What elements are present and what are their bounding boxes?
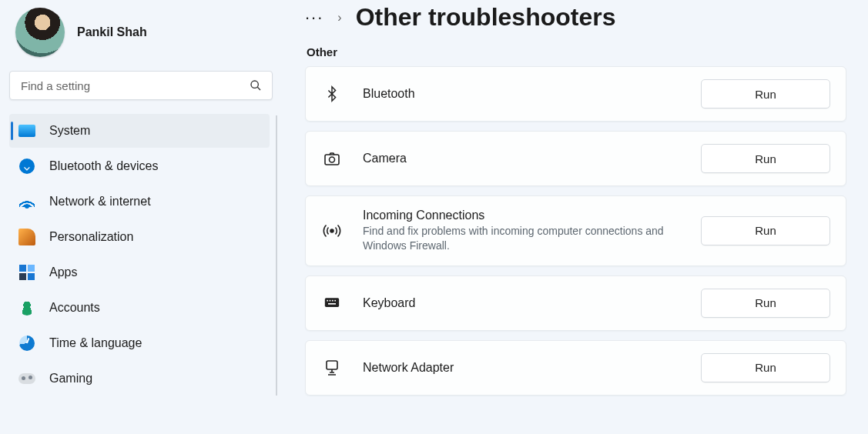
sidebar-item-apps[interactable]: Apps <box>9 255 270 289</box>
search-icon <box>250 79 262 92</box>
search-field[interactable] <box>9 71 273 100</box>
troubleshooter-list: Bluetooth Run Camera Run Incoming Connec… <box>305 66 846 396</box>
run-button[interactable]: Run <box>701 289 830 318</box>
sidebar-item-label: Apps <box>49 265 77 279</box>
troubleshooter-desc: Find and fix problems with incoming comp… <box>363 224 681 253</box>
user-name: Pankil Shah <box>77 25 147 39</box>
sidebar-item-time-language[interactable]: Time & language <box>9 326 270 360</box>
troubleshooter-incoming-connections: Incoming Connections Find and fix proble… <box>305 195 846 266</box>
troubleshooter-title: Keyboard <box>363 296 681 310</box>
bluetooth-glyph-icon <box>321 83 343 105</box>
svg-rect-7 <box>330 300 331 302</box>
troubleshooter-camera: Camera Run <box>305 131 846 186</box>
svg-point-0 <box>251 81 258 88</box>
wifi-icon <box>18 193 35 210</box>
main-content: ··· › Other troubleshooters Other Blueto… <box>277 0 868 434</box>
sidebar-item-label: System <box>49 124 90 138</box>
svg-rect-6 <box>327 300 328 302</box>
sidebar-item-label: Accounts <box>49 301 100 315</box>
sidebar-item-system[interactable]: System <box>9 114 270 148</box>
bluetooth-icon: ⌵ <box>18 158 35 175</box>
svg-rect-9 <box>334 300 336 302</box>
svg-rect-2 <box>325 155 339 165</box>
sidebar-item-accounts[interactable]: Accounts <box>9 291 270 325</box>
search-input[interactable] <box>9 71 273 100</box>
svg-rect-8 <box>332 300 333 302</box>
run-button[interactable]: Run <box>701 144 830 173</box>
accounts-icon <box>18 299 35 316</box>
section-label-other: Other <box>307 45 846 58</box>
personalization-icon <box>18 229 35 245</box>
broadcast-icon <box>321 220 343 242</box>
troubleshooter-keyboard: Keyboard Run <box>305 275 846 331</box>
troubleshooter-title: Bluetooth <box>363 87 681 101</box>
chevron-right-icon: › <box>337 11 341 25</box>
sidebar-item-label: Personalization <box>49 230 133 244</box>
run-button[interactable]: Run <box>701 79 830 108</box>
sidebar-item-label: Gaming <box>49 372 92 386</box>
sidebar-item-label: Network & internet <box>49 195 151 209</box>
breadcrumb: ··· › Other troubleshooters <box>305 3 846 32</box>
avatar <box>15 8 65 57</box>
gaming-icon <box>18 370 35 387</box>
sidebar: Pankil Shah System ⌵ Bluetooth & devices… <box>0 0 277 434</box>
page-title: Other troubleshooters <box>356 3 616 32</box>
troubleshooter-network-adapter: Network Adapter Run <box>305 340 846 396</box>
svg-point-3 <box>330 157 335 162</box>
sidebar-item-personalization[interactable]: Personalization <box>9 220 270 254</box>
breadcrumb-more[interactable]: ··· <box>305 8 323 28</box>
sidebar-item-label: Bluetooth & devices <box>49 159 158 173</box>
svg-rect-10 <box>328 303 336 305</box>
apps-icon <box>18 264 35 281</box>
troubleshooter-title: Network Adapter <box>363 361 681 375</box>
user-profile[interactable]: Pankil Shah <box>9 0 276 66</box>
sidebar-nav: System ⌵ Bluetooth & devices Network & i… <box>9 114 276 396</box>
troubleshooter-title: Camera <box>363 152 681 165</box>
camera-icon <box>321 148 343 169</box>
run-button[interactable]: Run <box>701 353 830 382</box>
system-icon <box>18 122 35 139</box>
sidebar-item-bluetooth-devices[interactable]: ⌵ Bluetooth & devices <box>9 149 270 183</box>
run-button[interactable]: Run <box>701 216 830 245</box>
network-adapter-icon <box>321 357 343 379</box>
svg-line-1 <box>257 87 260 90</box>
svg-rect-11 <box>327 361 337 369</box>
svg-point-4 <box>330 229 333 232</box>
troubleshooter-bluetooth: Bluetooth Run <box>305 66 846 122</box>
keyboard-icon <box>321 292 343 314</box>
time-language-icon <box>18 335 35 352</box>
sidebar-item-network-internet[interactable]: Network & internet <box>9 185 270 219</box>
sidebar-item-label: Time & language <box>49 336 142 350</box>
troubleshooter-title: Incoming Connections <box>363 209 681 222</box>
svg-rect-5 <box>325 298 339 307</box>
sidebar-item-gaming[interactable]: Gaming <box>9 362 270 396</box>
